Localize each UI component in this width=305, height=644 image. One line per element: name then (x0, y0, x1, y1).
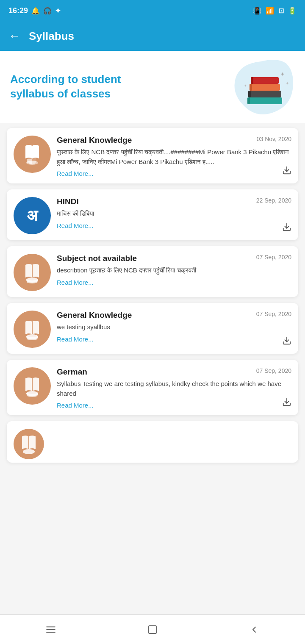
bluetooth-icon: ✦ (55, 7, 61, 15)
wifi-icon: 📶 (266, 7, 274, 15)
notification-icon: 🔔 (31, 7, 40, 15)
book-icon-3 (21, 261, 43, 283)
card-icon-wrap-2: अ (14, 197, 51, 234)
svg-rect-4 (250, 84, 280, 91)
card-body-2: HINDI 22 Sep, 2020 माचिस की डिबिया Read … (57, 197, 291, 234)
syllabus-card-3: Subject not available 07 Sep, 2020 descr… (7, 246, 298, 297)
card-icon-wrap-1 (14, 136, 51, 173)
card-date-1: 03 Nov, 2020 (257, 136, 291, 142)
card-body-1: General Knowledge 03 Nov, 2020 पूछताछ के… (57, 136, 291, 178)
svg-point-13 (26, 161, 38, 165)
card-read-more-5[interactable]: Read More... (57, 402, 94, 409)
card-icon-wrap-4 (14, 311, 51, 348)
card-read-more-1[interactable]: Read More... (57, 170, 94, 177)
card-description-1: पूछताछ के लिए NCB दफ्तर पहुंचीं रिया चक्… (57, 147, 291, 167)
card-icon-wrap-3 (14, 254, 51, 291)
card-date-2: 22 Sep, 2020 (256, 197, 291, 204)
status-left: 16:29 🔔 🎧 ✦ (8, 6, 61, 15)
download-button-1[interactable] (282, 166, 291, 178)
card-date-5: 07 Sep, 2020 (256, 367, 291, 374)
syllabus-card-1: General Knowledge 03 Nov, 2020 पूछताछ के… (7, 128, 298, 183)
hindi-icon: अ (27, 207, 38, 225)
svg-rect-29 (149, 626, 156, 633)
card-body-3: Subject not available 07 Sep, 2020 descr… (57, 254, 291, 291)
header-illustration: ✦ ✦ ✦ (227, 59, 295, 114)
screenshot-icon: ⊡ (278, 7, 284, 15)
book-icon-6 (18, 433, 40, 455)
svg-rect-3 (248, 91, 251, 97)
books-illustration: ✦ ✦ ✦ (238, 64, 293, 110)
card-subject-5: German (57, 367, 87, 377)
header-section: According to student syllabus of classes… (0, 51, 305, 123)
card-subject-3: Subject not available (57, 254, 137, 263)
card-date-4: 07 Sep, 2020 (256, 311, 291, 317)
book-icon-1 (21, 143, 43, 165)
nav-menu-button[interactable] (34, 619, 68, 640)
vibrate-icon: 📳 (253, 7, 261, 15)
svg-text:✦: ✦ (244, 84, 247, 88)
battery-icon: 🔋 (288, 7, 297, 15)
syllabus-card-6-partial (7, 421, 298, 463)
svg-point-25 (23, 449, 35, 454)
svg-text:✦: ✦ (280, 71, 285, 78)
card-description-4: we testing syallbus (57, 322, 291, 332)
svg-rect-6 (252, 77, 279, 84)
syllabus-card-4: General Knowledge 07 Sep, 2020 we testin… (7, 303, 298, 354)
card-read-more-3[interactable]: Read More... (57, 279, 94, 286)
book-icon-5 (21, 375, 43, 397)
header-line1: According to student (10, 73, 121, 86)
card-read-more-2[interactable]: Read More... (57, 222, 94, 229)
status-right: 📳 📶 ⊡ 🔋 (253, 7, 297, 15)
card-subject-4: General Knowledge (57, 311, 132, 320)
card-subject-1: General Knowledge (57, 136, 132, 145)
card-read-more-4[interactable]: Read More... (57, 336, 94, 343)
content-area: General Knowledge 03 Nov, 2020 पूछताछ के… (0, 123, 305, 508)
download-button-2[interactable] (282, 222, 291, 234)
card-description-3: describtion पूछताछ के लिए NCB दफ्तर पहुं… (57, 266, 291, 275)
header-text: According to student syllabus of classes (10, 72, 227, 101)
card-date-3: 07 Sep, 2020 (256, 254, 291, 261)
page-title: Syllabus (29, 30, 74, 43)
status-time: 16:29 (8, 6, 28, 15)
svg-rect-7 (251, 77, 253, 84)
card-subject-2: HINDI (57, 197, 79, 206)
card-description-5: Syllabus Testing we are testing syllabus… (57, 379, 291, 398)
nav-back-button[interactable] (237, 619, 271, 640)
svg-rect-1 (247, 97, 250, 104)
nav-home-button[interactable] (136, 619, 169, 640)
card-icon-wrap-6 (14, 429, 44, 459)
svg-rect-0 (248, 97, 282, 104)
syllabus-card-2: अ HINDI 22 Sep, 2020 माचिस की डिबिया Rea… (7, 189, 298, 240)
card-body-4: General Knowledge 07 Sep, 2020 we testin… (57, 311, 291, 348)
download-button-4[interactable] (282, 336, 291, 348)
status-bar: 16:29 🔔 🎧 ✦ 📳 📶 ⊡ 🔋 (0, 0, 305, 21)
syllabus-card-5: German 07 Sep, 2020 Syllabus Testing we … (7, 360, 298, 415)
download-button-5[interactable] (282, 397, 291, 409)
headset-icon: 🎧 (43, 7, 52, 15)
bottom-navigation (0, 614, 305, 644)
svg-rect-5 (250, 84, 252, 91)
header-line2: syllabus of classes (10, 87, 111, 100)
back-button[interactable]: ← (8, 29, 20, 43)
card-description-2: माचिस की डिबिया (57, 209, 291, 219)
card-icon-wrap-5 (14, 367, 51, 405)
app-bar: ← Syllabus (0, 21, 305, 51)
book-icon-4 (21, 318, 43, 340)
card-body-5: German 07 Sep, 2020 Syllabus Testing we … (57, 367, 291, 409)
svg-rect-2 (249, 91, 281, 97)
svg-text:✦: ✦ (286, 81, 289, 86)
card-body-6 (50, 429, 291, 459)
